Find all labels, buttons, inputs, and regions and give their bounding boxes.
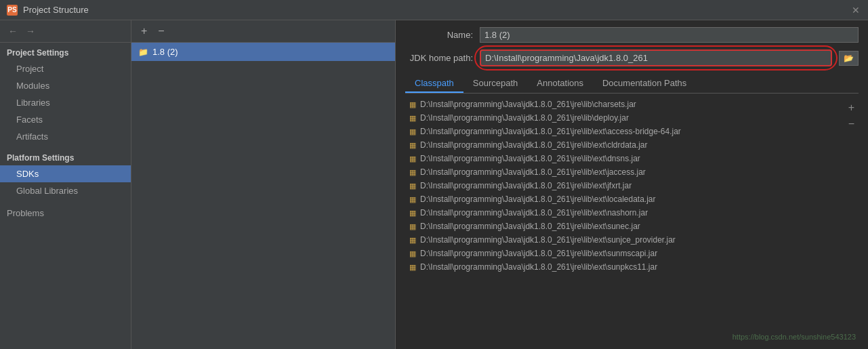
list-item[interactable]: ▦D:\Install\programming\Java\jdk1.8.0_26… <box>405 220 844 233</box>
file-path: D:\Install\programming\Java\jdk1.8.0_261… <box>420 127 681 136</box>
add-sdk-button[interactable]: + <box>137 24 151 39</box>
jar-icon: ▦ <box>409 263 416 272</box>
window-title: Project Structure <box>23 5 89 15</box>
jdk-label: JDK home path: <box>405 53 473 63</box>
file-path: D:\Install\programming\Java\jdk1.8.0_261… <box>420 222 640 231</box>
list-item[interactable]: ▦D:\Install\programming\Java\jdk1.8.0_26… <box>405 206 844 220</box>
watermark: https://blog.csdn.net/sunshine543123 <box>732 333 856 341</box>
list-item[interactable]: ▦D:\Install\programming\Java\jdk1.8.0_26… <box>405 192 844 206</box>
file-path: D:\Install\programming\Java\jdk1.8.0_261… <box>420 140 648 150</box>
jar-icon: ▦ <box>409 100 416 109</box>
name-label: Name: <box>405 30 473 40</box>
file-path: D:\Install\programming\Java\jdk1.8.0_261… <box>420 167 646 177</box>
close-button[interactable]: ✕ <box>850 5 861 16</box>
list-item[interactable]: ▦D:\Install\programming\Java\jdk1.8.0_26… <box>405 152 844 165</box>
list-item[interactable]: ▦D:\Install\programming\Java\jdk1.8.0_26… <box>405 125 844 138</box>
jar-icon: ▦ <box>409 182 416 190</box>
nav-back-button[interactable]: ← <box>5 24 20 38</box>
list-item[interactable]: ▦D:\Install\programming\Java\jdk1.8.0_26… <box>405 111 844 125</box>
sdk-folder-icon: 📁 <box>138 47 148 57</box>
sdk-item-sdk-1[interactable]: 📁1.8 (2) <box>131 43 395 61</box>
sidebar-item-sdks[interactable]: SDKs <box>0 165 131 182</box>
name-input[interactable] <box>480 27 859 43</box>
file-path: D:\Install\programming\Java\jdk1.8.0_261… <box>420 113 629 123</box>
tab-sourcepath[interactable]: Sourcepath <box>463 75 528 93</box>
file-path: D:\Install\programming\Java\jdk1.8.0_261… <box>420 262 657 272</box>
jar-icon: ▦ <box>409 127 416 136</box>
sidebar: ← → Project Settings ProjectModulesLibra… <box>0 20 131 349</box>
sidebar-item-artifacts[interactable]: Artifacts <box>0 128 131 145</box>
file-path: D:\Install\programming\Java\jdk1.8.0_261… <box>420 194 656 204</box>
sidebar-item-global-libraries[interactable]: Global Libraries <box>0 182 131 199</box>
sdk-label: 1.8 (2) <box>152 47 178 57</box>
remove-path-button[interactable]: − <box>847 117 856 131</box>
sdk-list-panel: + − 📁1.8 (2) <box>131 20 396 349</box>
jar-icon: ▦ <box>409 249 416 258</box>
list-item[interactable]: ▦D:\Install\programming\Java\jdk1.8.0_26… <box>405 233 844 247</box>
folder-icon: 📂 <box>844 54 854 63</box>
sidebar-item-facets[interactable]: Facets <box>0 111 131 128</box>
sidebar-item-problems[interactable]: Problems <box>0 205 131 222</box>
tab-classpath[interactable]: Classpath <box>405 75 463 93</box>
jar-icon: ▦ <box>409 195 416 204</box>
file-path: D:\Install\programming\Java\jdk1.8.0_261… <box>420 208 648 218</box>
file-path: D:\Install\programming\Java\jdk1.8.0_261… <box>420 249 657 258</box>
jar-icon: ▦ <box>409 114 416 123</box>
tab-documentation-paths[interactable]: Documentation Paths <box>593 75 696 93</box>
platform-settings-header: Platform Settings <box>0 148 131 165</box>
file-path: D:\Install\programming\Java\jdk1.8.0_261… <box>420 100 636 109</box>
nav-forward-button[interactable]: → <box>23 24 38 38</box>
sidebar-item-project[interactable]: Project <box>0 60 131 77</box>
file-path: D:\Install\programming\Java\jdk1.8.0_261… <box>420 235 676 245</box>
tab-annotations[interactable]: Annotations <box>527 75 593 93</box>
jar-icon: ▦ <box>409 222 416 231</box>
content-area: Name: JDK home path: 📂 ClasspathSourcepa… <box>396 20 868 349</box>
jdk-path-input[interactable] <box>480 49 832 66</box>
sidebar-item-libraries[interactable]: Libraries <box>0 94 131 111</box>
browse-button[interactable]: 📂 <box>839 51 859 66</box>
list-item[interactable]: ▦D:\Install\programming\Java\jdk1.8.0_26… <box>405 138 844 152</box>
app-icon: PS <box>7 5 18 16</box>
jar-icon: ▦ <box>409 155 416 163</box>
title-bar: PS Project Structure ✕ <box>0 0 868 20</box>
jar-icon: ▦ <box>409 168 416 177</box>
jar-icon: ▦ <box>409 209 416 218</box>
list-item[interactable]: ▦D:\Install\programming\Java\jdk1.8.0_26… <box>405 247 844 260</box>
sidebar-item-modules[interactable]: Modules <box>0 77 131 94</box>
project-settings-header: Project Settings <box>0 43 131 60</box>
list-item[interactable]: ▦D:\Install\programming\Java\jdk1.8.0_26… <box>405 165 844 179</box>
file-path: D:\Install\programming\Java\jdk1.8.0_261… <box>420 181 632 190</box>
list-item[interactable]: ▦D:\Install\programming\Java\jdk1.8.0_26… <box>405 260 844 274</box>
add-path-button[interactable]: + <box>847 100 856 115</box>
list-item[interactable]: ▦D:\Install\programming\Java\jdk1.8.0_26… <box>405 179 844 192</box>
jar-icon: ▦ <box>409 236 416 245</box>
list-item[interactable]: ▦D:\Install\programming\Java\jdk1.8.0_26… <box>405 98 844 111</box>
jar-icon: ▦ <box>409 141 416 150</box>
file-path: D:\Install\programming\Java\jdk1.8.0_261… <box>420 154 640 163</box>
remove-sdk-button[interactable]: − <box>154 24 168 39</box>
